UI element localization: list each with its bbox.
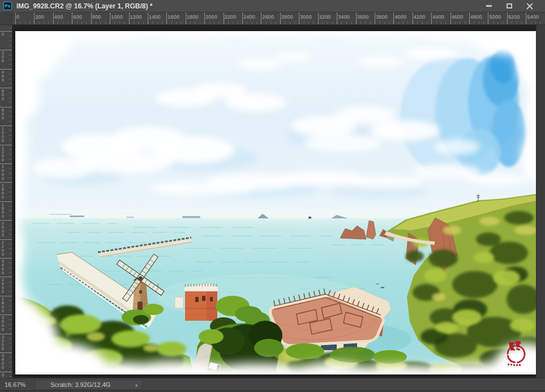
h-ruler-label: 5200 [508,14,520,20]
h-ruler-label: 4800 [470,14,482,20]
v-ruler-label: 2 0 0 [2,51,4,63]
scratch-status-field[interactable]: Scratch: 3.92G/12.4G › [35,380,143,390]
h-ruler-label: 1400 [149,14,161,20]
h-ruler-label: 3400 [338,14,350,20]
window-controls [482,2,545,11]
ps-logo-icon: Ps [3,2,12,10]
ruler-corner[interactable] [0,12,12,25]
v-ruler-label: 2 4 0 0 [2,259,4,275]
h-ruler-label: 2600 [262,14,274,20]
v-ruler-label: 1 6 0 0 [2,183,4,199]
h-ruler-label: 0 [16,14,19,20]
chevron-right-icon[interactable]: › [135,381,138,389]
minimize-button[interactable] [482,2,496,11]
v-ruler-label: 1 2 0 0 [2,146,4,162]
panel-dock-strip [536,25,545,378]
vertical-ruler[interactable]: 02 0 04 0 06 0 08 0 01 0 0 01 2 0 01 4 0… [0,25,12,378]
maximize-button[interactable] [502,2,517,11]
h-ruler-label: 400 [54,14,63,20]
h-ruler-label: 4000 [394,14,406,20]
h-ruler-label: 600 [73,14,82,20]
h-ruler-label: 3000 [300,14,312,20]
v-ruler-label: 2 0 0 0 [2,221,4,237]
photoshop-window: Ps IMG_9928.CR2 @ 16.7% (Layer 1, RGB/8)… [0,0,545,392]
status-bar: 16.67% Scratch: 3.92G/12.4G › [0,378,545,390]
h-ruler-label: 5000 [490,14,501,20]
v-ruler-label: 2 6 0 0 [2,278,4,294]
scratch-status-text: Scratch: 3.92G/12.4G [36,381,110,388]
h-ruler-label: 2800 [281,14,293,20]
v-ruler-label: 3 6 0 0 [2,373,4,378]
v-ruler-label: 4 0 0 [2,70,4,82]
v-ruler-label: 8 0 0 [2,108,4,120]
h-ruler-label: 1600 [168,14,179,20]
h-ruler-label: 4400 [432,14,444,20]
h-ruler-label: 800 [92,14,101,20]
v-ruler-label: 2 8 0 0 [2,297,4,313]
maximize-icon [507,3,512,8]
v-ruler-label: 2 2 0 0 [2,240,4,256]
v-ruler-label: 3 2 0 0 [2,335,4,351]
h-ruler-label: 3200 [319,14,331,20]
h-ruler-label: 2200 [225,14,237,20]
document-title: IMG_9928.CR2 @ 16.7% (Layer 1, RGB/8) * [16,2,482,10]
h-ruler-label: 4200 [414,14,426,20]
v-ruler-label: 6 0 0 [2,89,4,101]
horizontal-ruler[interactable]: 0200400600800100012001400160018002000220… [12,12,545,25]
h-ruler-label: 2400 [243,14,255,20]
h-ruler-label: 5400 [527,14,539,20]
h-ruler-label: 200 [35,14,44,20]
document-canvas[interactable] [15,31,536,374]
content-row: 02 0 04 0 06 0 08 0 01 0 0 01 2 0 01 4 0… [0,25,545,378]
sky [15,31,536,223]
close-button[interactable] [522,2,537,11]
v-ruler-label: 0 [2,32,4,36]
minimize-icon [486,5,492,7]
close-icon [526,3,533,10]
h-ruler-label: 1200 [130,14,142,20]
h-ruler-label: 1800 [187,14,199,20]
zoom-level-field[interactable]: 16.67% [0,381,33,388]
h-ruler-label: 3800 [376,14,388,20]
artwork [15,31,536,374]
canvas-area[interactable] [12,25,545,378]
h-ruler-label: 1000 [111,14,123,20]
v-ruler-label: 3 0 0 0 [2,316,4,331]
h-ruler-label: 3600 [357,14,369,20]
h-ruler-label: 2000 [205,14,217,20]
v-ruler-label: 1 8 0 0 [2,203,4,218]
v-ruler-label: 1 4 0 0 [2,165,4,180]
titlebar[interactable]: Ps IMG_9928.CR2 @ 16.7% (Layer 1, RGB/8)… [0,0,545,12]
ruler-row: 0200400600800100012001400160018002000220… [0,12,545,25]
v-ruler-label: 3 4 0 0 [2,354,4,369]
h-ruler-label: 4600 [452,14,464,20]
v-ruler-label: 1 0 0 0 [2,127,4,143]
